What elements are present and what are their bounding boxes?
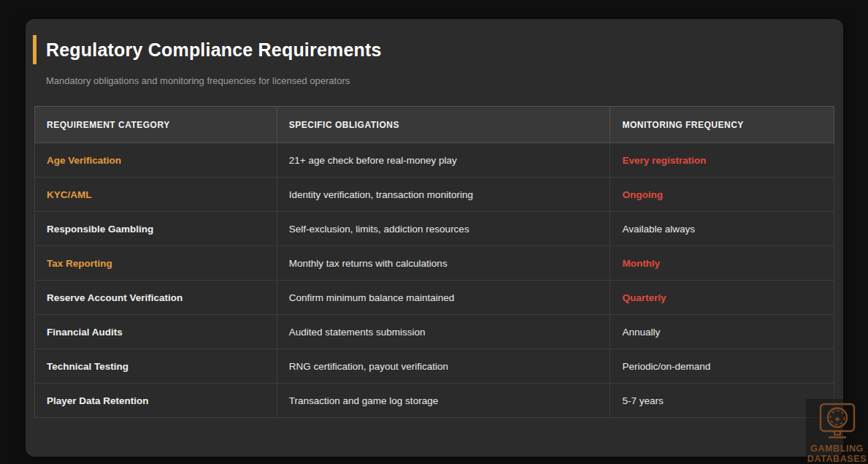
requirement-category-cell: Tax Reporting — [35, 246, 277, 281]
monitoring-frequency-cell: Quarterly — [610, 281, 834, 315]
table-row: Player Data Retention Transaction and ga… — [35, 384, 834, 418]
requirement-category-cell: Technical Testing — [35, 349, 277, 384]
column-header-requirement-category: REQUIREMENT CATEGORY — [35, 107, 277, 143]
requirement-category-cell: Player Data Retention — [35, 384, 277, 418]
compliance-table: REQUIREMENT CATEGORY SPECIFIC OBLIGATION… — [34, 106, 834, 418]
requirement-category-cell: Age Verification — [35, 143, 277, 178]
column-header-specific-obligations: SPECIFIC OBLIGATIONS — [277, 107, 610, 143]
specific-obligations-cell: Self-exclusion, limits, addiction resour… — [277, 212, 610, 246]
requirement-category-cell: Responsible Gambling — [35, 212, 277, 246]
specific-obligations-cell: Identity verification, transaction monit… — [277, 178, 610, 212]
table-header: REQUIREMENT CATEGORY SPECIFIC OBLIGATION… — [35, 107, 834, 143]
specific-obligations-cell: RNG certification, payout verification — [277, 349, 610, 384]
requirement-category-cell: Financial Audits — [35, 315, 277, 349]
table-row: Reserve Account Verification Confirm min… — [35, 281, 834, 315]
watermark-line2: DATABASES — [806, 454, 868, 464]
specific-obligations-cell: 21+ age check before real-money play — [277, 143, 610, 178]
table-row: Tax Reporting Monthly tax returns with c… — [35, 246, 834, 281]
table-body: Age Verification 21+ age check before re… — [35, 143, 834, 418]
page-subtitle: Mandatory obligations and monitoring fre… — [46, 75, 843, 86]
monitoring-frequency-cell: Periodic/on-demand — [610, 349, 834, 384]
gambling-databases-watermark: ♠ GAMBLING DATABASES — [806, 399, 868, 464]
specific-obligations-cell: Monthly tax returns with calculations — [277, 246, 610, 281]
specific-obligations-cell: Audited statements submission — [277, 315, 610, 349]
monitoring-frequency-cell: Annually — [610, 315, 834, 349]
page-title: Regulatory Compliance Requirements — [33, 35, 831, 64]
column-header-monitoring-frequency: MONITORING FREQUENCY — [610, 107, 834, 143]
casino-chip-monitor-icon: ♠ — [813, 401, 861, 444]
monitoring-frequency-cell: 5-7 years — [610, 384, 834, 418]
table-row: Financial Audits Audited statements subm… — [35, 315, 834, 349]
table-row: KYC/AML Identity verification, transacti… — [35, 178, 834, 212]
requirement-category-cell: Reserve Account Verification — [35, 281, 277, 315]
spade-glyph: ♠ — [834, 414, 840, 424]
monitoring-frequency-cell: Available always — [610, 212, 834, 246]
monitoring-frequency-cell: Every registration — [610, 143, 834, 178]
table-row: Age Verification 21+ age check before re… — [35, 143, 834, 178]
monitoring-frequency-cell: Ongoing — [610, 178, 834, 212]
content-card: Regulatory Compliance Requirements Manda… — [26, 19, 843, 457]
header-row: REQUIREMENT CATEGORY SPECIFIC OBLIGATION… — [35, 107, 834, 143]
title-section: Regulatory Compliance Requirements — [26, 19, 843, 64]
specific-obligations-cell: Transaction and game log storage — [277, 384, 610, 418]
table-row: Responsible Gambling Self-exclusion, lim… — [35, 212, 834, 246]
table-row: Technical Testing RNG certification, pay… — [35, 349, 834, 384]
monitoring-frequency-cell: Monthly — [610, 246, 834, 281]
specific-obligations-cell: Confirm minimum balance maintained — [277, 281, 610, 315]
requirement-category-cell: KYC/AML — [35, 178, 277, 212]
watermark-line1: GAMBLING — [806, 444, 868, 454]
